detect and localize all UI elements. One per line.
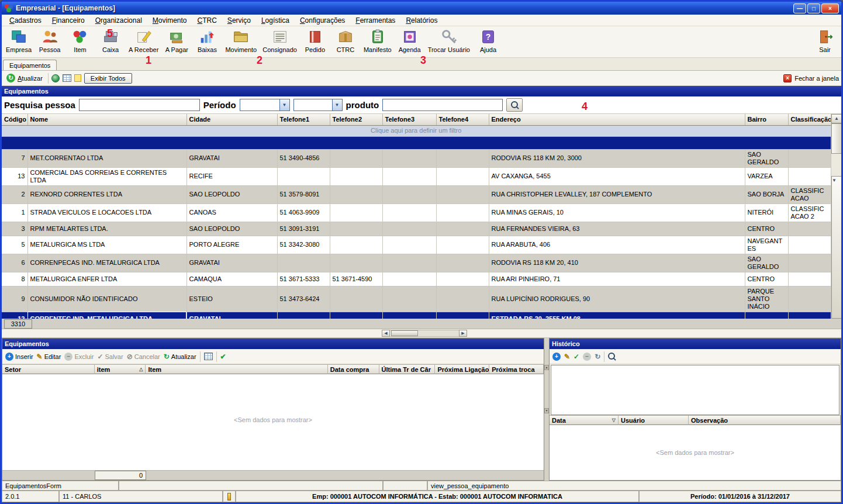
panel-scrollbar[interactable]: ▲ ▼ bbox=[544, 338, 549, 481]
plus-icon[interactable]: + bbox=[552, 353, 561, 361]
toolbar-button-item[interactable]: Item bbox=[65, 27, 95, 57]
column-header[interactable]: Setor bbox=[2, 364, 95, 374]
column-header[interactable]: Usuário bbox=[619, 415, 689, 425]
menu-item[interactable]: Organizacional bbox=[90, 15, 147, 26]
menu-item[interactable]: Configurações bbox=[295, 15, 350, 26]
table-row[interactable]: 8 METALURGICA ENFER LTDA CAMAQUA 51 3671… bbox=[2, 272, 831, 286]
column-header[interactable]: Classificação bbox=[788, 114, 831, 125]
cancelar-button[interactable]: ⊘Cancelar bbox=[127, 353, 160, 361]
scroll-track[interactable] bbox=[390, 330, 459, 337]
table-row[interactable]: 5 METALURGICA MS LTDA PORTO ALEGRE 51 33… bbox=[2, 236, 831, 254]
table-row[interactable]: 1 STRADA VEICULOS E LOCACOES LTDA CANOAS… bbox=[2, 203, 831, 222]
salvar-button[interactable]: ✓Salvar bbox=[97, 353, 123, 361]
column-header[interactable]: Telefone2 bbox=[330, 114, 382, 125]
tab-equipamentos[interactable]: Equipamentos bbox=[3, 60, 57, 70]
column-header[interactable]: Data▽ bbox=[550, 415, 619, 425]
editar-button[interactable]: ✎Editar bbox=[37, 353, 61, 361]
produto-input[interactable] bbox=[382, 99, 503, 111]
menu-item[interactable]: Movimento bbox=[147, 15, 192, 26]
column-header[interactable]: Telefone1 bbox=[277, 114, 330, 125]
grid-view-icon[interactable] bbox=[204, 353, 213, 360]
toolbar-button-empresa[interactable]: Empresa bbox=[3, 27, 34, 57]
excluir-button[interactable]: −Excluir bbox=[64, 353, 94, 361]
toolbar-button-movimento[interactable]: Movimento bbox=[222, 27, 260, 57]
toolbar-button-sair[interactable]: Sair bbox=[810, 27, 840, 57]
column-header[interactable]: Endereço bbox=[489, 114, 745, 125]
periodo-fim-combo[interactable]: ▼ bbox=[293, 99, 343, 111]
column-header[interactable]: Telefone3 bbox=[382, 114, 436, 125]
scroll-thumb[interactable] bbox=[391, 330, 418, 336]
exibir-todos-button[interactable]: Exibir Todos bbox=[84, 73, 132, 84]
menu-item[interactable]: Relatórios bbox=[400, 15, 443, 26]
toolbar-button-agenda[interactable]: Agenda bbox=[395, 27, 425, 57]
column-header[interactable]: Nome bbox=[27, 114, 186, 125]
scroll-right-icon[interactable]: ▶ bbox=[459, 330, 467, 337]
toolbar-button-manifesto[interactable]: Manifesto bbox=[361, 27, 395, 57]
toolbar-button-a-pagar[interactable]: A Pagar bbox=[161, 27, 192, 57]
pesquisa-pessoa-input[interactable] bbox=[79, 99, 200, 111]
scroll-down-icon[interactable]: ▼ bbox=[544, 408, 549, 413]
minimize-button[interactable]: — bbox=[793, 4, 806, 13]
column-header[interactable]: Telefone4 bbox=[436, 114, 489, 125]
historico-edit-area[interactable] bbox=[551, 365, 839, 415]
search-button[interactable] bbox=[506, 98, 523, 112]
toolbar-button-caixa[interactable]: Caixa bbox=[95, 27, 126, 57]
toolbar-button-pedido[interactable]: Pedido bbox=[300, 27, 330, 57]
note-icon[interactable] bbox=[74, 74, 81, 82]
filter-row[interactable]: Clique aqui para definir um filtro bbox=[2, 125, 831, 136]
table-row[interactable]: 12 CORRENTEC IND. METALURGICA LTDA GRAVA… bbox=[2, 312, 831, 319]
column-header[interactable]: Observação bbox=[689, 415, 841, 425]
scroll-up-icon[interactable]: ▲ bbox=[544, 365, 549, 370]
close-button[interactable]: × bbox=[821, 4, 839, 13]
toolbar-button-consignado[interactable]: Consignado bbox=[260, 27, 300, 57]
column-header[interactable]: Data compra bbox=[328, 364, 379, 374]
grid-view-icon[interactable] bbox=[63, 74, 71, 82]
vertical-scrollbar[interactable]: ▲ ▼ bbox=[831, 114, 841, 319]
column-header[interactable]: Código bbox=[2, 114, 27, 125]
menu-item[interactable]: Ferramentas bbox=[350, 15, 400, 26]
menu-item[interactable]: CTRC bbox=[192, 15, 222, 26]
table-row[interactable]: 7 MET.CORRENTAO LTDA GRAVATAI 51 3490-48… bbox=[2, 149, 831, 167]
toolbar-button-baixas[interactable]: Baixas bbox=[192, 27, 222, 57]
fechar-janela-button[interactable]: × Fechar a janela bbox=[783, 74, 839, 82]
menu-item[interactable]: Logística bbox=[256, 15, 295, 26]
atualizar-button[interactable]: ↻ Atualizar bbox=[4, 73, 45, 84]
column-header[interactable]: Bairro bbox=[745, 114, 788, 125]
check-icon[interactable]: ✓ bbox=[573, 353, 579, 361]
toolbar-button-label: Empresa bbox=[6, 46, 32, 53]
column-header[interactable]: Próxima troca bbox=[489, 364, 544, 374]
confirm-icon[interactable]: ✔ bbox=[220, 353, 226, 361]
zoom-icon[interactable] bbox=[608, 353, 616, 360]
menu-item[interactable]: Cadastros bbox=[4, 15, 47, 26]
pencil-icon[interactable]: ✎ bbox=[564, 353, 570, 361]
menu-item[interactable]: Serviço bbox=[222, 15, 256, 26]
toolbar-button-pessoa[interactable]: Pessoa bbox=[34, 27, 65, 57]
toolbar-button-a-receber[interactable]: A Receber bbox=[126, 27, 161, 57]
horizontal-scrollbar[interactable]: ◀ ▶ bbox=[382, 330, 467, 337]
toolbar-button-ajuda[interactable]: ? Ajuda bbox=[473, 27, 503, 57]
scroll-down-icon[interactable]: ▼ bbox=[831, 176, 841, 319]
toolbar-button-trocar-usuario[interactable]: Trocar Usuário bbox=[425, 27, 473, 57]
inserir-button[interactable]: +Inserir bbox=[5, 353, 33, 361]
column-header[interactable]: Última Tr de Câr bbox=[379, 364, 436, 374]
column-header[interactable]: Cidade bbox=[186, 114, 277, 125]
atualizar-detail-button[interactable]: ↻Atualizar bbox=[164, 353, 196, 361]
scroll-thumb[interactable] bbox=[831, 123, 841, 154]
scroll-left-icon[interactable]: ◀ bbox=[382, 330, 390, 337]
table-row[interactable]: 13 COMERCIAL DAS CORREIAS E CORRENTES LT… bbox=[2, 167, 831, 185]
minus-icon[interactable]: − bbox=[583, 353, 591, 361]
column-header[interactable]: Item bbox=[146, 364, 327, 374]
table-row[interactable]: 3 RPM METALARTES LTDA. SAO LEOPOLDO 51 3… bbox=[2, 222, 831, 236]
menu-item[interactable]: Financeiro bbox=[47, 15, 90, 26]
refresh-icon[interactable]: ↻ bbox=[595, 353, 600, 361]
table-row[interactable]: 6 CORRENPECAS IND. METALURGICA LTDA GRAV… bbox=[2, 254, 831, 272]
column-header[interactable]: item△ bbox=[95, 364, 146, 374]
periodo-inicio-combo[interactable]: ▼ bbox=[240, 99, 290, 111]
table-row[interactable]: 2 REXNORD CORRENTES LTDA SAO LEOPOLDO 51… bbox=[2, 185, 831, 203]
column-header[interactable]: Próxima Ligação bbox=[435, 364, 489, 374]
globe-icon[interactable] bbox=[51, 74, 60, 82]
table-row[interactable]: 9 CONSUMIDOR NÃO IDENTIFICADO ESTEIO 51 … bbox=[2, 286, 831, 312]
restore-button[interactable]: □ bbox=[807, 4, 820, 13]
scroll-up-icon[interactable]: ▲ bbox=[831, 114, 841, 123]
toolbar-button-ctrc[interactable]: CTRC bbox=[330, 27, 361, 57]
